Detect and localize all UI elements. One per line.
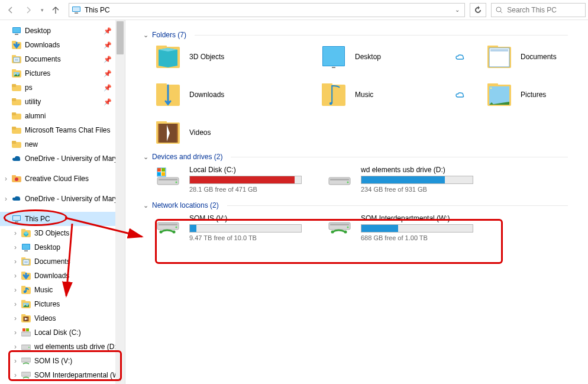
tree-label: Documents [25, 55, 61, 63]
svg-rect-83 [489, 86, 509, 105]
capacity-bar [361, 224, 473, 233]
folder-item[interactable]: Pictures [486, 83, 588, 107]
sidebar-scrollbar[interactable]: ▴ ▾ [115, 20, 125, 384]
tree-label: Pictures [25, 69, 50, 78]
search-box[interactable] [491, 3, 586, 17]
tree-label: wd elements usb drive (D:) [34, 343, 119, 351]
folder-item[interactable]: Desktop [321, 45, 486, 69]
folder-label: Pictures [521, 91, 546, 99]
drive-item[interactable]: wd elements usb drive (D:) 234 GB free o… [327, 166, 498, 193]
back-button[interactable] [2, 2, 19, 18]
tree-label: This PC [25, 215, 50, 223]
expand-caret-icon[interactable]: › [12, 243, 19, 251]
group-header-drives[interactable]: ⌄ Devices and drives (2) [143, 153, 582, 161]
tree-item[interactable]: Pictures 📌 [0, 66, 125, 80]
tree-item[interactable]: › Pictures [0, 297, 125, 311]
pictures-icon [12, 69, 21, 78]
svg-rect-88 [158, 124, 159, 143]
tree-item-onedrive[interactable]: › OneDrive - University of Maryl [0, 192, 125, 206]
tree-item[interactable]: OneDrive - University of Mary [0, 151, 125, 166]
divider [195, 35, 568, 36]
expand-caret-icon[interactable]: › [12, 300, 19, 308]
expand-caret-icon[interactable]: › [12, 357, 19, 365]
expand-caret-icon[interactable]: › [12, 328, 19, 337]
tree-item[interactable]: › Videos [0, 311, 125, 325]
tree-item[interactable]: utility 📌 [0, 95, 125, 109]
forward-button[interactable] [20, 2, 37, 18]
tree-item[interactable]: Documents 📌 [0, 52, 125, 66]
folder-item[interactable]: Downloads [155, 83, 321, 107]
drive-free-text: 234 GB free of 931 GB [361, 186, 473, 193]
tree-item[interactable]: › Documents [0, 254, 125, 269]
recent-locations-dropdown[interactable]: ▾ [38, 2, 46, 18]
tree-item[interactable]: Desktop 📌 [0, 24, 125, 38]
tree-item-creative-cloud[interactable]: › Creative Cloud Files [0, 172, 125, 186]
svg-rect-6 [13, 28, 20, 33]
svg-rect-59 [21, 332, 31, 336]
tree-item[interactable]: Microsoft Teams Chat Files [0, 123, 125, 137]
localdisk-icon [155, 166, 181, 188]
svg-rect-101 [157, 222, 179, 230]
expand-caret-icon[interactable]: › [12, 371, 19, 379]
arrow-up-icon [51, 5, 60, 15]
tree-item[interactable]: Downloads 📌 [0, 38, 125, 52]
expand-caret-icon[interactable]: › [12, 257, 19, 266]
expand-caret-icon[interactable]: › [12, 314, 19, 322]
address-history-dropdown[interactable]: ⌄ [455, 7, 460, 13]
svg-rect-96 [157, 172, 161, 176]
drive-free-text: 9.47 TB free of 10.0 TB [189, 234, 302, 241]
tree-item[interactable]: › SOM IS (V:) [0, 354, 125, 368]
expand-caret-icon[interactable]: › [2, 175, 9, 183]
expand-caret-icon[interactable]: › [12, 272, 19, 280]
folder-label: Videos [189, 128, 211, 137]
drive-free-text: 688 GB free of 1.00 TB [361, 234, 473, 241]
svg-rect-102 [159, 224, 177, 225]
tree-item[interactable]: alumni [0, 109, 125, 123]
folder-item[interactable]: Videos [155, 121, 321, 144]
group-header-network[interactable]: ⌄ Network locations (2) [143, 201, 582, 209]
tree-item-this-pc[interactable]: ⌄ This PC [0, 212, 125, 226]
drive-item[interactable]: SOM IS (V:) 9.47 TB free of 10.0 TB [155, 214, 327, 241]
tree-item[interactable]: › wd elements usb drive (D:) [0, 340, 125, 354]
expand-caret-icon[interactable]: › [12, 229, 19, 237]
expand-caret-icon[interactable]: › [12, 286, 19, 294]
scroll-thumb[interactable] [117, 21, 124, 54]
folder-item[interactable]: Music [321, 83, 486, 107]
tree-label: Microsoft Teams Chat Files [25, 126, 111, 134]
tree-item[interactable]: › 3D Objects [0, 226, 125, 240]
scroll-down-icon[interactable]: ▾ [115, 375, 125, 384]
tree-item[interactable]: new [0, 137, 125, 151]
tree-item[interactable]: ps 📌 [0, 80, 125, 95]
drive-item[interactable]: SOM Interdepartmental (W:) 688 GB free o… [327, 214, 498, 241]
svg-rect-78 [322, 85, 345, 106]
svg-rect-99 [330, 179, 349, 180]
tree-label: OneDrive - University of Mary [25, 154, 118, 163]
address-bar[interactable]: This PC ⌄ [69, 3, 465, 17]
folder-item[interactable]: 3D Objects [155, 45, 321, 69]
this-pc-icon [12, 215, 21, 223]
collapse-caret-icon[interactable]: ⌄ [2, 215, 9, 223]
group-header-folders[interactable]: ⌄ Folders (7) [143, 31, 582, 39]
tree-item[interactable]: › Music [0, 283, 125, 297]
desktop-icon [21, 243, 31, 251]
search-input[interactable] [506, 5, 581, 15]
navigation-tree: Desktop 📌 Downloads 📌 Documents 📌 Pictur… [0, 20, 125, 384]
folder-item[interactable]: Documents [486, 45, 588, 69]
up-button[interactable] [47, 2, 64, 18]
tree-item[interactable]: › Downloads [0, 269, 125, 283]
tree-label: OneDrive - University of Maryl [25, 195, 119, 203]
svg-point-103 [176, 227, 177, 228]
tree-item[interactable]: › Local Disk (C:) [0, 325, 125, 340]
chevron-down-icon: ⌄ [143, 202, 148, 209]
expand-caret-icon[interactable]: › [12, 343, 19, 351]
svg-rect-16 [12, 69, 16, 72]
tree-item[interactable]: › Desktop [0, 240, 125, 254]
tree-label: Videos [34, 314, 56, 322]
drive-item[interactable]: Local Disk (C:) 28.1 GB free of 471 GB [155, 166, 327, 193]
svg-rect-12 [14, 57, 20, 62]
svg-rect-90 [157, 178, 179, 185]
folder-label: Downloads [189, 91, 224, 99]
expand-caret-icon[interactable]: › [2, 195, 9, 203]
refresh-button[interactable] [470, 3, 486, 17]
tree-item[interactable]: › SOM Interdepartmental (W:) [0, 368, 125, 382]
